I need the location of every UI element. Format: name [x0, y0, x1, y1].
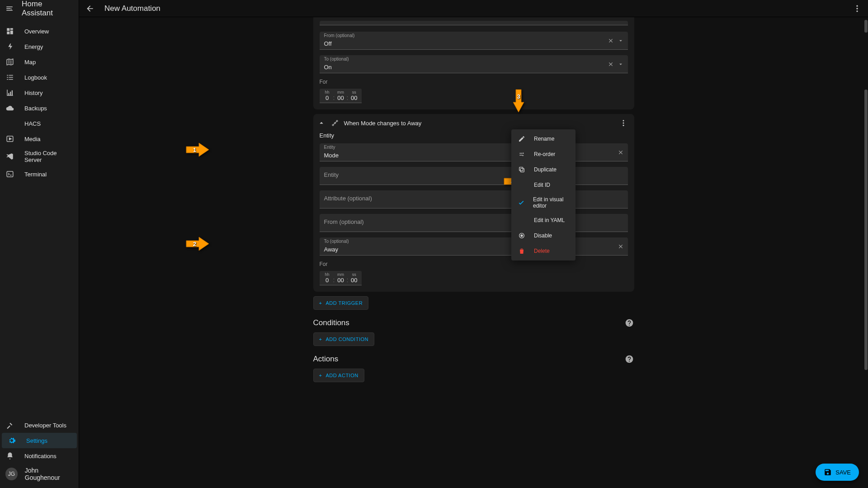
menu-item-visual-editor[interactable]: Edit in visual editor: [511, 193, 576, 213]
menu-item-delete[interactable]: Delete: [511, 243, 576, 259]
menu-item-label: Rename: [534, 136, 554, 142]
sidebar-item-notifications[interactable]: Notifications: [0, 448, 79, 464]
svg-rect-11: [520, 168, 524, 172]
add-action-button[interactable]: + ADD ACTION: [313, 369, 364, 382]
svg-rect-1: [7, 171, 13, 177]
dropdown-icon[interactable]: [617, 61, 624, 68]
menu-item-yaml[interactable]: Edit in YAML: [511, 213, 576, 228]
clear-icon[interactable]: [617, 243, 624, 250]
scrollbar[interactable]: [864, 17, 868, 488]
dropdown-icon[interactable]: [617, 37, 624, 44]
page-title: New Automation: [104, 4, 160, 13]
menu-item-label: Re-order: [534, 151, 555, 157]
svg-point-14: [521, 235, 523, 237]
sidebar-item-devtools[interactable]: Developer Tools: [0, 417, 79, 433]
topbar-more-button[interactable]: [852, 3, 863, 14]
annotation-arrow-2: 2: [185, 236, 210, 251]
entity-label: Entity: [324, 145, 335, 150]
menu-item-label: Edit in YAML: [534, 217, 565, 223]
svg-point-8: [623, 120, 624, 121]
sidebar-item-label: Overview: [24, 28, 49, 35]
sidebar-item-label: Notifications: [24, 453, 57, 460]
sidebar-item-terminal[interactable]: Terminal: [0, 166, 79, 182]
clear-icon[interactable]: [607, 61, 614, 68]
svg-point-5: [332, 124, 334, 126]
clear-icon[interactable]: [617, 149, 624, 156]
sidebar-item-media[interactable]: Media: [0, 131, 79, 147]
check-icon: [518, 199, 525, 207]
user-name: John Goughenour: [25, 467, 73, 481]
sidebar-item-label: History: [24, 90, 42, 96]
help-icon[interactable]: [624, 354, 634, 364]
copy-icon: [518, 166, 526, 174]
edit-id-icon: [518, 181, 526, 189]
trigger-more-button[interactable]: [619, 118, 628, 128]
sidebar-item-label: Media: [24, 136, 40, 142]
sidebar-item-settings[interactable]: Settings: [2, 433, 77, 448]
menu-toggle-icon[interactable]: [5, 5, 14, 13]
play-icon: [5, 134, 14, 143]
sidebar-item-label: Studio Code Server: [24, 150, 73, 163]
to-field[interactable]: To (optional) On: [320, 55, 628, 73]
add-condition-button[interactable]: + ADD CONDITION: [313, 332, 374, 346]
from-field[interactable]: From (optional) Off: [320, 32, 628, 50]
conditions-heading: Conditions: [313, 318, 349, 327]
entity-add-field[interactable]: Entity: [320, 167, 628, 185]
sidebar-item-studio-code[interactable]: Studio Code Server: [0, 147, 79, 166]
trash-icon: [518, 247, 526, 255]
sidebar-item-user[interactable]: JG John Goughenour: [0, 464, 79, 484]
menu-item-rename[interactable]: Rename: [511, 131, 576, 147]
chevron-up-icon[interactable]: [317, 118, 326, 128]
map-icon: [5, 57, 14, 66]
help-icon[interactable]: [624, 318, 634, 328]
sidebar-item-energy[interactable]: Energy: [0, 39, 79, 54]
from-field[interactable]: From (optional): [320, 214, 628, 232]
back-button[interactable]: [85, 3, 95, 14]
menu-item-duplicate[interactable]: Duplicate: [511, 162, 576, 177]
menu-item-label: Disable: [534, 232, 552, 239]
terminal-icon: [5, 170, 14, 179]
sidebar-item-map[interactable]: Map: [0, 54, 79, 70]
attribute-field[interactable]: Attribute (optional): [320, 190, 628, 208]
duration-input[interactable]: hh0 : mm00 : ss00: [320, 271, 362, 285]
reorder-icon: [518, 150, 526, 158]
add-trigger-button[interactable]: + ADD TRIGGER: [313, 296, 369, 310]
to-field[interactable]: To (optional) Away: [320, 237, 628, 256]
sidebar-item-backups[interactable]: Backups: [0, 100, 79, 116]
attribute-placeholder: Attribute (optional): [324, 195, 372, 202]
duration-input[interactable]: hh0 : mm00 : ss00: [320, 89, 362, 103]
blank-icon: [518, 216, 526, 224]
to-label: To (optional): [324, 239, 349, 244]
menu-item-disable[interactable]: Disable: [511, 228, 576, 243]
clear-icon[interactable]: [607, 37, 614, 44]
menu-item-edit-id[interactable]: Edit ID: [511, 177, 576, 193]
svg-rect-12: [519, 167, 523, 171]
save-button[interactable]: SAVE: [816, 464, 859, 481]
entity-section-label: Entity: [320, 132, 628, 139]
main-scroll[interactable]: From (optional) Off To (optional) On: [79, 17, 868, 488]
svg-point-3: [856, 8, 858, 9]
entity-field[interactable]: Entity Mode: [320, 143, 628, 161]
menu-item-label: Duplicate: [534, 166, 557, 173]
menu-item-reorder[interactable]: Re-order: [511, 147, 576, 162]
sidebar-item-hacs[interactable]: HACS: [0, 116, 79, 131]
to-value: On: [324, 64, 332, 71]
sidebar-item-label: HACS: [24, 120, 41, 127]
svg-point-10: [623, 125, 624, 126]
add-trigger-label: ADD TRIGGER: [326, 300, 363, 306]
svg-point-7: [334, 123, 335, 124]
gear-icon: [7, 436, 16, 445]
plus-icon: +: [319, 300, 322, 306]
sidebar-item-overview[interactable]: Overview: [0, 24, 79, 39]
plus-icon: +: [319, 336, 322, 342]
sidebar-item-label: Map: [24, 59, 36, 66]
attribute-field-residual[interactable]: [320, 21, 628, 25]
chart-icon: [5, 88, 14, 97]
sidebar-item-logbook[interactable]: Logbook: [0, 70, 79, 85]
sidebar-item-label: Energy: [24, 43, 43, 50]
sidebar-item-history[interactable]: History: [0, 85, 79, 100]
menu-item-label: Edit ID: [534, 182, 550, 188]
svg-point-6: [336, 120, 338, 122]
for-label: For: [320, 261, 628, 267]
for-label: For: [320, 79, 628, 85]
